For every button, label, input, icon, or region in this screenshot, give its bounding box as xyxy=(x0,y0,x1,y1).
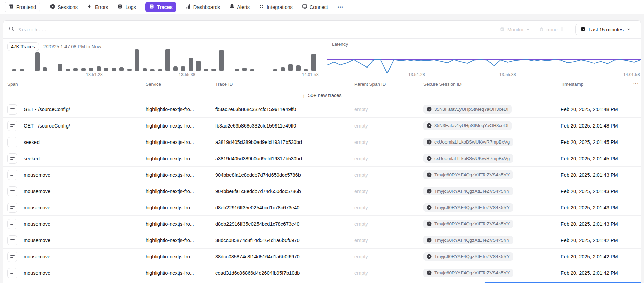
new-traces-banner[interactable]: ↑ 50+ new traces xyxy=(3,90,641,101)
column-options-button[interactable]: ⋯ xyxy=(633,80,639,86)
column-header-timestamp: Timestamp xyxy=(561,81,637,87)
parent-span-id-cell: empty xyxy=(354,205,423,210)
parent-span-id-cell: empty xyxy=(354,123,423,129)
column-header-parent-span-id: Parent Span ID xyxy=(354,81,423,87)
span-cell: mousemove xyxy=(24,254,146,259)
latency-chart[interactable]: Latency 13:51:28 13:55:38 14:01:58 xyxy=(327,39,641,78)
table-row[interactable]: seeked highlightio-nextjs-fro... a3819d4… xyxy=(3,134,641,150)
span-detail-button[interactable] xyxy=(7,268,17,278)
parent-span-id-cell: empty xyxy=(354,270,423,276)
table-row[interactable]: GET - /sourceConfig/ highlightio-nextjs-… xyxy=(3,118,641,134)
timestamp-cell: Feb 20, 2025, 2:01:43 PM xyxy=(561,172,637,178)
span-detail-button[interactable] xyxy=(7,170,17,180)
bar-chart-icon xyxy=(186,4,191,10)
session-badge[interactable]: Tmyjc60RYAF4QgzXtETeZVS4×5YY xyxy=(423,203,513,212)
x-tick-label: 14:01:58 xyxy=(302,72,319,77)
span-detail-button[interactable] xyxy=(7,203,17,213)
span-detail-button[interactable] xyxy=(7,252,17,262)
table-row[interactable]: seeked highlightio-nextjs-fro... a3819d4… xyxy=(3,150,641,167)
timestamp-cell: Feb 20, 2025, 2:01:48 PM xyxy=(561,123,637,129)
parent-span-id-cell: empty xyxy=(354,172,423,178)
time-range-button[interactable]: Last 15 minutes xyxy=(575,24,635,35)
lines-icon xyxy=(10,206,15,207)
view-selector[interactable]: none xyxy=(539,26,564,33)
session-id-text: Tmyjc60RYAF4QgzXtETeZVS4×5YY xyxy=(434,270,510,275)
column-header-service: Service xyxy=(146,81,215,87)
nav-item-alerts[interactable]: Alerts xyxy=(229,4,250,10)
span-detail-button[interactable] xyxy=(7,121,17,131)
histogram-bars xyxy=(12,49,316,71)
session-id-text: 35N3Fafav1yUHpStMeqYaOH3ceDI xyxy=(434,107,508,112)
parent-span-id-cell: empty xyxy=(354,254,423,259)
span-detail-button[interactable] xyxy=(7,186,17,196)
nav-item-errors[interactable]: Errors xyxy=(87,4,108,10)
divider xyxy=(570,25,570,34)
check-square-icon xyxy=(500,27,505,33)
layers-icon xyxy=(539,27,544,33)
table-row[interactable]: mousemove highlightio-nextjs-fro... cead… xyxy=(3,265,641,281)
span-cell: seeked xyxy=(24,156,146,161)
trace-id-cell: 904bbe8fa1c8edcb7d74d650dcc5786b xyxy=(215,189,354,194)
session-id-text: Tmyjc60RYAF4QgzXtETeZVS4×5YY xyxy=(434,221,510,226)
table-row[interactable]: mousemove highlightio-nextjs-fro... 38dc… xyxy=(3,232,641,249)
package-icon xyxy=(9,4,14,10)
table-row[interactable]: mousemove highlightio-nextjs-fro... 904b… xyxy=(3,183,641,199)
play-circle-icon xyxy=(427,254,432,259)
lines-icon xyxy=(10,241,13,241)
search-input[interactable] xyxy=(18,27,500,33)
table-row[interactable]: mousemove highlightio-nextjs-fro... d8eb… xyxy=(3,216,641,232)
span-detail-button[interactable] xyxy=(7,153,17,164)
lines-icon xyxy=(10,110,13,110)
parent-span-id-cell: empty xyxy=(354,189,423,194)
nav-label: Frontend xyxy=(16,4,36,10)
traces-histogram[interactable]: 47K Traces 2/20/25 1:47:08 PM to Now 13:… xyxy=(3,39,327,78)
x-tick-label: 13:51:28 xyxy=(86,72,103,77)
table-row[interactable]: mousemove highlightio-nextjs-fro... 904b… xyxy=(3,167,641,183)
nav-item-dashboards[interactable]: Dashboards xyxy=(186,4,220,10)
trace-id-cell: 904bbe8fa1c8edcb7d74d650dcc5786b xyxy=(215,172,354,178)
monitor-label: Monitor xyxy=(507,27,524,32)
timestamp-cell: Feb 20, 2025, 2:01:43 PM xyxy=(561,221,637,227)
span-detail-button[interactable] xyxy=(7,137,17,147)
nav-item-connect[interactable]: Connect xyxy=(302,4,328,10)
span-detail-button[interactable] xyxy=(7,104,17,115)
time-range-label: Last 15 minutes xyxy=(589,27,624,32)
trace-id-cell: fb3ac2e63b868c332cfc159911e49ff0 xyxy=(215,123,354,129)
session-badge[interactable]: Tmyjc60RYAF4QgzXtETeZVS4×5YY xyxy=(423,187,513,195)
nav-item-traces[interactable]: Traces xyxy=(145,2,176,12)
span-detail-button[interactable] xyxy=(7,219,17,229)
session-badge[interactable]: Tmyjc60RYAF4QgzXtETeZVS4×5YY xyxy=(423,220,513,228)
timestamp-cell: Feb 20, 2025, 2:01:48 PM xyxy=(561,107,637,112)
table-row[interactable]: GET - /sourceConfig/ highlightio-nextjs-… xyxy=(3,101,641,118)
chevron-down-icon xyxy=(627,27,631,32)
session-id-text: 35N3Fafav1yUHpStMeqYaOH3ceDI xyxy=(434,123,508,128)
session-badge[interactable]: cxUoomlaLILkoBSwUKvvR7mpBxVg xyxy=(423,154,513,163)
session-badge[interactable]: Tmyjc60RYAF4QgzXtETeZVS4×5YY xyxy=(423,170,513,179)
table-row[interactable]: mousemove highlightio-nextjs-fro... d8eb… xyxy=(3,199,641,216)
session-badge[interactable]: Tmyjc60RYAF4QgzXtETeZVS4×5YY xyxy=(423,236,513,244)
table-row[interactable]: mousemove highlightio-nextjs-fro... 38dc… xyxy=(3,249,641,265)
lines-icon xyxy=(10,208,13,209)
nav-label: Errors xyxy=(95,4,108,10)
timestamp-cell: Feb 20, 2025, 2:01:43 PM xyxy=(561,205,637,210)
nav-item-integrations[interactable]: Integrations xyxy=(259,4,293,10)
nav-item-logs[interactable]: Logs xyxy=(117,4,136,10)
service-cell: highlightio-nextjs-fro... xyxy=(146,107,215,112)
parent-span-id-cell: empty xyxy=(354,139,423,145)
session-badge[interactable]: 35N3Fafav1yUHpStMeqYaOH3ceDI xyxy=(423,105,512,114)
nav-item-sessions[interactable]: Sessions xyxy=(50,4,78,10)
span-detail-button[interactable] xyxy=(7,235,17,245)
timestamp-cell: Feb 20, 2025, 2:01:45 PM xyxy=(561,139,637,145)
session-badge[interactable]: Tmyjc60RYAF4QgzXtETeZVS4×5YY xyxy=(423,252,513,261)
nav-item-frontend[interactable]: Frontend xyxy=(5,2,40,12)
session-badge[interactable]: 35N3Fafav1yUHpStMeqYaOH3ceDI xyxy=(423,121,512,130)
nav-more-button[interactable]: ⋯ xyxy=(337,3,343,11)
session-id-text: Tmyjc60RYAF4QgzXtETeZVS4×5YY xyxy=(434,189,510,194)
trace-id-cell: d8eb22916ff35e0254bcd1c78c673e40 xyxy=(215,221,354,227)
session-badge[interactable]: cxUoomlaLILkoBSwUKvvR7mpBxVg xyxy=(423,138,513,146)
nav-label: Integrations xyxy=(267,4,293,10)
parent-span-id-cell: empty xyxy=(354,238,423,243)
timestamp-cell: Feb 20, 2025, 2:01:42 PM xyxy=(561,254,637,259)
session-badge[interactable]: Tmyjc60RYAF4QgzXtETeZVS4×5YY xyxy=(423,269,513,277)
monitor-dropdown[interactable]: Monitor xyxy=(500,27,530,33)
